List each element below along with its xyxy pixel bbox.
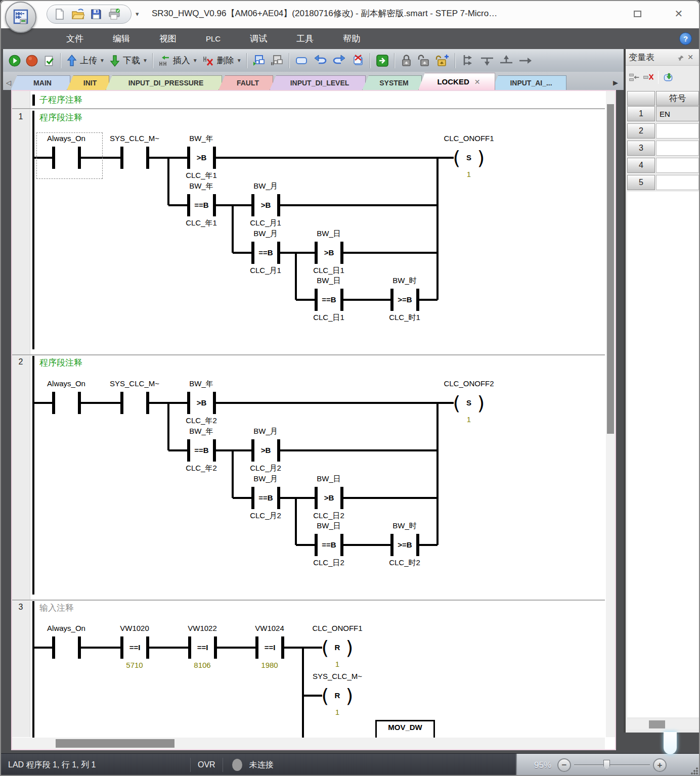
compare-value[interactable]: 1980 [224, 661, 315, 669]
coil-operator[interactable]: R [328, 643, 346, 652]
insert-dropdown-icon[interactable]: ▼ [193, 58, 198, 63]
tab-close-icon[interactable]: ✕ [474, 78, 480, 86]
network-comment[interactable]: 程序段注释 [39, 112, 82, 123]
help-icon[interactable]: ? [679, 32, 692, 45]
coil-value[interactable]: 1 [327, 660, 347, 668]
maximize-button[interactable] [630, 7, 645, 20]
symbol-cell[interactable] [656, 123, 699, 139]
zoom-in-button[interactable]: + [653, 758, 667, 772]
tab-system[interactable]: SYSTEM [362, 75, 422, 90]
row-number[interactable]: 2 [627, 123, 655, 139]
program-status-pause-button[interactable] [268, 52, 286, 70]
contact-label[interactable]: BW_月 [220, 181, 311, 191]
tab-locked[interactable]: LOCKED✕ [418, 73, 495, 90]
coil-label[interactable]: CLC_ONOFF1 [292, 624, 383, 632]
coil-value[interactable]: 1 [459, 170, 479, 178]
editor-horizontal-scrollbar[interactable] [12, 738, 605, 749]
redo-button[interactable] [330, 52, 349, 70]
symbol-cell[interactable]: EN [656, 106, 699, 121]
upload-button[interactable]: 上传 ▼ [64, 52, 107, 70]
undo-button[interactable] [311, 52, 330, 70]
contact-operand[interactable]: CLC_年2 [156, 416, 247, 426]
contact-operand[interactable]: CLC_日1 [283, 266, 374, 276]
contact-label[interactable]: BW_年 [156, 379, 247, 389]
contact-operand[interactable]: CLC_日2 [283, 511, 374, 521]
contact[interactable] [123, 146, 146, 169]
run-button[interactable] [6, 52, 23, 70]
menu-tools[interactable]: 工具 [282, 28, 328, 49]
contact-label[interactable]: BW_日 [283, 474, 374, 484]
insert-button[interactable]: 插入 ▼ [156, 52, 200, 70]
upload-dropdown-icon[interactable]: ▼ [100, 58, 105, 63]
allocate-download-button[interactable] [663, 72, 674, 83]
stop-button[interactable] [23, 52, 40, 70]
symbol-cell[interactable] [656, 175, 699, 190]
menu-debug[interactable]: 调试 [235, 28, 282, 49]
coil-label[interactable]: SYS_CLC_M~ [292, 672, 383, 680]
coil-value[interactable]: 1 [327, 708, 347, 716]
symbol-column-header[interactable]: 符号 [656, 91, 699, 106]
row-number[interactable]: 1 [627, 106, 655, 121]
delete-page-button[interactable] [349, 52, 367, 70]
menu-help[interactable]: 帮助 [328, 28, 375, 49]
zoom-out-button[interactable]: − [557, 758, 571, 772]
horizontal-scrollbar-thumb[interactable] [56, 739, 174, 748]
zoom-slider-thumb[interactable] [603, 760, 610, 770]
line-down-button[interactable] [477, 52, 497, 70]
quick-access-customize-icon[interactable]: ▾ [136, 10, 139, 18]
contact-label[interactable]: BW_日 [283, 229, 374, 239]
insert-row-button[interactable] [629, 72, 640, 83]
sidebar-horizontal-scrollbar[interactable] [627, 719, 699, 729]
print-button[interactable] [107, 7, 122, 22]
subroutine-comment[interactable]: 子程序注释 [39, 94, 82, 106]
contact-operand[interactable]: CLC_时1 [359, 313, 450, 323]
resize-grip[interactable] [691, 767, 698, 774]
tab-input-ai[interactable]: INPUT_AI_... [492, 75, 566, 90]
row-number[interactable]: 4 [627, 158, 655, 173]
contact-label[interactable]: BW_年 [156, 134, 247, 144]
delete-dropdown-icon[interactable]: ▼ [237, 58, 242, 63]
compile-button[interactable] [40, 52, 58, 70]
coil-operator[interactable]: R [328, 691, 346, 700]
editor-vertical-scrollbar[interactable] [606, 91, 615, 737]
sidebar-scrollbar-thumb[interactable] [649, 720, 665, 728]
insert-branch-button[interactable] [458, 52, 477, 70]
lock-add-button[interactable] [433, 52, 452, 70]
lock-button[interactable] [398, 52, 415, 70]
tab-init[interactable]: INIT [67, 75, 109, 90]
menu-view[interactable]: 视图 [145, 28, 191, 49]
menu-edit[interactable]: 编辑 [98, 28, 145, 49]
box-tool-button[interactable] [292, 52, 311, 70]
coil-operator[interactable]: S [460, 153, 478, 162]
network-comment[interactable]: 输入注释 [39, 602, 74, 614]
line-up-button[interactable] [497, 52, 516, 70]
row-number[interactable]: 3 [627, 141, 655, 156]
download-dropdown-icon[interactable]: ▼ [143, 58, 148, 63]
contact[interactable] [123, 391, 146, 415]
tab-input-di-level[interactable]: INPUT_DI_LEVEL [270, 75, 366, 90]
coil-label[interactable]: CLC_ONOFF2 [423, 379, 514, 388]
contact[interactable] [55, 636, 78, 659]
symbol-cell[interactable] [656, 158, 699, 173]
coil-label[interactable]: CLC_ONOFF1 [423, 134, 514, 143]
contact[interactable] [55, 391, 78, 415]
contact-operand[interactable]: CLC_时2 [359, 558, 450, 568]
symbol-cell[interactable] [656, 141, 699, 156]
coil-operator[interactable]: S [460, 398, 478, 407]
row-number[interactable]: 5 [627, 175, 655, 190]
delete-button[interactable]: 删除 ▼ [200, 52, 244, 70]
tab-fault[interactable]: FAULT [218, 75, 273, 90]
menu-file[interactable]: 文件 [52, 28, 98, 49]
contact-label[interactable]: BW_时 [359, 276, 450, 286]
tab-input-di-pressure[interactable]: INPUT_DI_PRESSURE [106, 75, 222, 90]
zoom-slider[interactable] [574, 764, 650, 766]
tabs-scroll-right-button[interactable]: ▶ [610, 75, 621, 90]
close-button[interactable]: ✕ [671, 7, 686, 20]
contact-operand[interactable]: CLC_年1 [156, 171, 247, 180]
contact-label[interactable]: BW_时 [359, 521, 450, 531]
unlock-button[interactable] [415, 52, 433, 70]
line-right-button[interactable] [516, 52, 535, 70]
menu-plc[interactable]: PLC [191, 28, 235, 49]
coil-value[interactable]: 1 [459, 415, 479, 424]
contact-operand[interactable]: CLC_月1 [220, 218, 311, 228]
